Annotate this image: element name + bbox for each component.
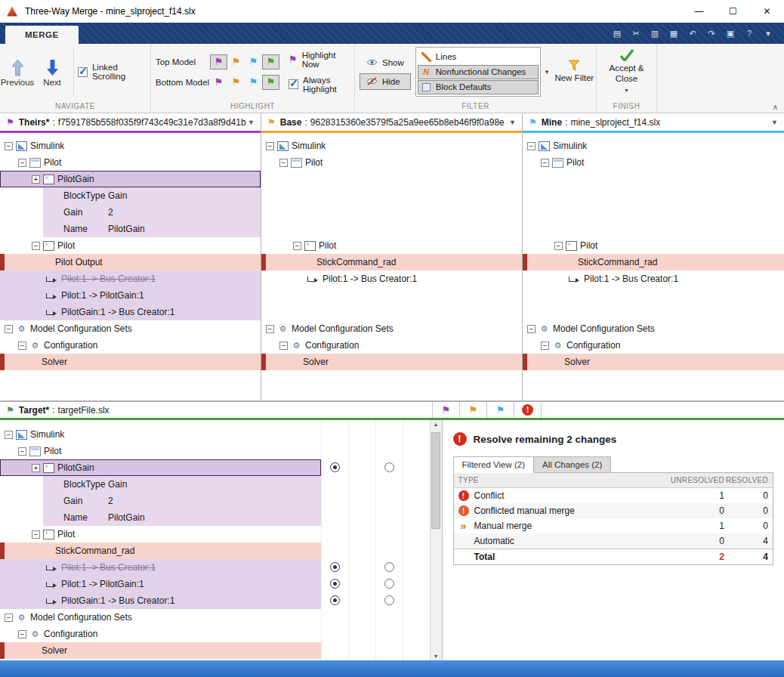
tree-row[interactable]: −Simulink	[0, 426, 321, 443]
expand-toggle[interactable]: +	[32, 464, 40, 472]
tree-row[interactable]: Pilot:1 -> PilotGain:1	[0, 576, 321, 592]
minimize-button[interactable]: —	[682, 0, 716, 23]
tree-row[interactable]: Pilot Output	[0, 254, 261, 270]
property-row[interactable]: NamePilotGain	[0, 221, 261, 237]
property-row[interactable]: Gain2	[0, 204, 261, 221]
redo-button[interactable]: ↷	[703, 26, 720, 41]
tree-row[interactable]: −Pilot	[0, 443, 321, 459]
collapse-toggle[interactable]: −	[266, 142, 274, 150]
tree-row[interactable]: Pilot:1 -> PilotGain:1	[0, 287, 261, 304]
tree-row[interactable]: −⚙Configuration	[261, 337, 522, 354]
always-highlight-checkbox[interactable]: Always Highlight	[289, 76, 354, 94]
tree-row[interactable]: −Simulink	[0, 138, 261, 154]
top-highlight-target-flag[interactable]: ⚑	[262, 54, 279, 70]
merge-choice-radio-selected[interactable]	[330, 462, 340, 472]
bottom-highlight-target-flag[interactable]: ⚑	[262, 75, 279, 90]
tree-row[interactable]: StickCommand_rad	[261, 254, 522, 270]
close-button[interactable]: ✕	[750, 0, 784, 23]
more-button[interactable]: ▾	[760, 26, 776, 41]
collapse-toggle[interactable]: −	[279, 159, 288, 167]
property-row[interactable]: BlockTypeGain	[0, 187, 261, 204]
linked-scrolling-checkbox[interactable]: Linked Scrolling	[78, 63, 150, 81]
tree-row[interactable]: −Pilot	[0, 526, 321, 543]
collapse-toggle[interactable]: −	[266, 325, 274, 333]
tree-row[interactable]: PilotGain:1 -> Bus Creator:1	[0, 592, 321, 609]
tree-row[interactable]: Pilot:1 -> Bus Creator:1	[0, 559, 321, 576]
collapse-toggle[interactable]: −	[554, 242, 563, 250]
tree-row[interactable]: Pilot:1 -> Bus Creator:1	[0, 270, 261, 287]
collapse-toggle[interactable]: −	[5, 325, 13, 333]
show-button[interactable]: Show	[360, 54, 411, 71]
tree-row[interactable]: Solver	[0, 354, 261, 370]
tree-row[interactable]: −Pilot	[523, 154, 784, 171]
scroll-down-arrow[interactable]: ▼	[431, 654, 442, 659]
tree-row[interactable]: −Simulink	[523, 138, 784, 154]
hide-button[interactable]: Hide	[360, 73, 411, 90]
tree-row[interactable]: −⚙Model Configuration Sets	[0, 320, 261, 337]
filter-dropdown-caret-icon[interactable]: ▾	[545, 68, 549, 76]
tree-row[interactable]: −⚙Configuration	[0, 337, 261, 354]
tree-row[interactable]: −⚙Configuration	[523, 337, 784, 354]
collapse-toggle[interactable]: −	[5, 431, 13, 439]
tab-merge[interactable]: MERGE	[5, 26, 79, 44]
collapse-ribbon-button[interactable]: ∧	[773, 103, 778, 111]
property-row[interactable]: BlockTypeGain	[0, 476, 321, 493]
accept-close-button[interactable]: Accept & Close ▾	[606, 46, 648, 97]
top-highlight-mine-flag[interactable]: ⚑	[245, 54, 262, 70]
bottom-highlight-mine-flag[interactable]: ⚑	[245, 75, 262, 90]
collapse-toggle[interactable]: −	[32, 242, 40, 250]
dock-button[interactable]: ▣	[722, 26, 739, 41]
panel-dropdown-caret[interactable]: ▼	[771, 119, 778, 126]
tree-row[interactable]: −Pilot	[261, 237, 522, 254]
tree-row[interactable]: −⚙Configuration	[0, 626, 321, 642]
collapse-toggle[interactable]: −	[18, 342, 26, 350]
tree-row[interactable]: +PilotGain	[0, 459, 321, 476]
collapse-toggle[interactable]: −	[527, 325, 536, 333]
tree-row[interactable]: StickCommand_rad	[523, 254, 784, 270]
property-row[interactable]: Gain2	[0, 493, 321, 509]
next-button[interactable]: Next	[35, 46, 69, 97]
tree-row[interactable]: −Pilot	[0, 237, 261, 254]
top-highlight-theirs-flag[interactable]: ⚑	[210, 54, 227, 70]
bottom-highlight-base-flag[interactable]: ⚑	[227, 75, 245, 90]
collapse-toggle[interactable]: −	[5, 614, 13, 622]
collapse-toggle[interactable]: −	[279, 342, 288, 350]
help-button[interactable]: ?	[741, 26, 758, 41]
collapse-toggle[interactable]: −	[527, 142, 536, 150]
collapse-toggle[interactable]: −	[32, 530, 40, 539]
panel-dropdown-caret[interactable]: ▼	[509, 119, 516, 126]
merge-choice-radio-selected[interactable]	[330, 562, 340, 572]
tree-row[interactable]: −Simulink	[261, 138, 522, 154]
undo-button[interactable]: ↶	[684, 26, 701, 41]
tree-row[interactable]: −⚙Model Configuration Sets	[0, 609, 321, 626]
tree-row[interactable]: PilotGain:1 -> Bus Creator:1	[0, 304, 261, 320]
top-highlight-base-flag[interactable]: ⚑	[227, 54, 245, 70]
new-filter-button[interactable]: New Filter	[553, 46, 595, 97]
target-scrollbar[interactable]: ▲ ▼	[430, 420, 442, 660]
tree-row[interactable]: StickCommand_rad	[0, 543, 321, 559]
tree-row[interactable]: +PilotGain	[0, 171, 261, 187]
tree-row[interactable]: Solver	[523, 354, 784, 370]
filter-item[interactable]: Block Defaults	[418, 80, 539, 94]
tree-row[interactable]: Pilot:1 -> Bus Creator:1	[523, 270, 784, 287]
paste-button[interactable]: ▦	[665, 26, 682, 41]
tree-row[interactable]: −Pilot	[0, 154, 261, 171]
merge-choice-radio-selected[interactable]	[330, 595, 340, 605]
merge-choice-radio[interactable]	[384, 595, 394, 605]
cut-button[interactable]: ✂	[628, 26, 644, 41]
tree-row[interactable]: Solver	[261, 354, 522, 370]
collapse-toggle[interactable]: −	[541, 342, 549, 350]
panel-dropdown-caret[interactable]: ▼	[248, 119, 255, 126]
tree-row[interactable]: −Pilot	[261, 154, 522, 171]
tree-row[interactable]: −Pilot	[523, 237, 784, 254]
merge-choice-radio-selected[interactable]	[330, 579, 340, 589]
collapse-toggle[interactable]: −	[18, 159, 26, 167]
save-button[interactable]: ▤	[609, 26, 625, 41]
bottom-highlight-theirs-flag[interactable]: ⚑	[210, 75, 227, 90]
expand-toggle[interactable]: +	[32, 175, 40, 184]
collapse-toggle[interactable]: −	[541, 159, 549, 167]
highlight-now-button[interactable]: ⚑ Highlight Now	[289, 51, 354, 69]
merge-choice-radio[interactable]	[384, 462, 394, 472]
scrollbar-thumb[interactable]	[431, 432, 440, 529]
scroll-up-arrow[interactable]: ▲	[431, 422, 442, 427]
